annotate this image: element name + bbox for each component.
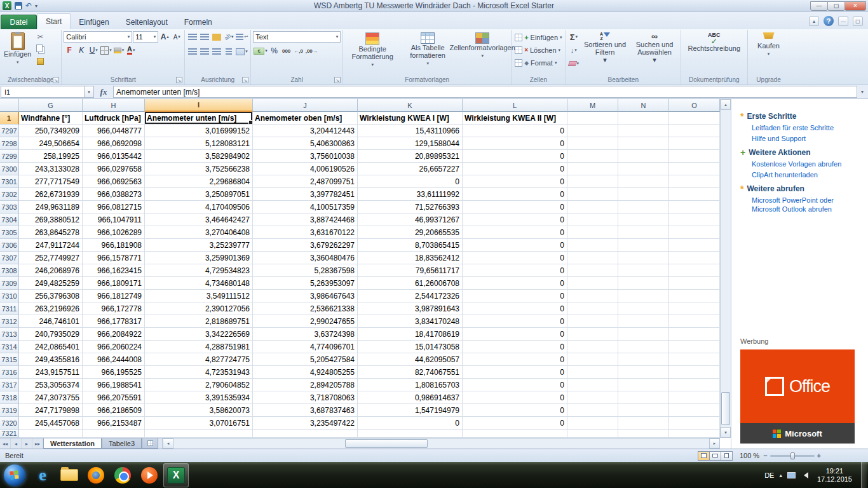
row-number[interactable]: 7321	[0, 430, 19, 438]
column-header-L[interactable]: L	[463, 99, 567, 112]
cell[interactable]: 252,7749927	[19, 252, 83, 264]
cell[interactable]: 0	[463, 290, 567, 302]
cut-button[interactable]: ✂	[34, 31, 46, 43]
select-all-corner[interactable]	[0, 99, 19, 112]
cell[interactable]	[567, 163, 618, 175]
cell[interactable]	[567, 201, 618, 214]
clipboard-dialog-launcher-icon[interactable]: ↘	[53, 77, 59, 83]
cell[interactable]	[145, 430, 253, 438]
shrink-font-button[interactable]: A▾	[171, 31, 182, 43]
cell[interactable]: Windfahne [°]	[19, 112, 83, 125]
column-header-K[interactable]: K	[358, 99, 463, 112]
cell[interactable]: 46,99371267	[358, 214, 463, 226]
cell[interactable]: 3,887424468	[253, 214, 358, 226]
grow-font-button[interactable]: A▴	[159, 31, 170, 43]
cell[interactable]: 82,74067551	[358, 366, 463, 379]
cell[interactable]: 966,195525	[83, 366, 145, 379]
cell[interactable]	[669, 290, 720, 302]
cell[interactable]: 15,43110966	[358, 125, 463, 137]
row-number[interactable]: 7312	[0, 315, 19, 328]
cell[interactable]: 256,3796308	[19, 290, 83, 302]
cell[interactable]: 277,7717549	[19, 175, 83, 188]
cell[interactable]: 966,0388273	[83, 188, 145, 201]
row-number[interactable]: 7303	[0, 201, 19, 214]
cell-styles-button[interactable]: Zellenformatvorlagen ▾	[456, 31, 509, 61]
cell[interactable]: 966,2153487	[83, 417, 145, 430]
cell[interactable]	[253, 430, 358, 438]
cell[interactable]: 966,1623415	[83, 264, 145, 277]
row-number[interactable]: 7315	[0, 353, 19, 366]
cell[interactable]: 3,718708063	[253, 391, 358, 404]
media-player-taskbar-button[interactable]	[137, 463, 162, 487]
cell[interactable]: 0	[463, 404, 567, 417]
row-number[interactable]: 7300	[0, 163, 19, 175]
cell[interactable]: 3,549111512	[145, 290, 253, 302]
cell[interactable]: 44,62095057	[358, 353, 463, 366]
row-number[interactable]: 7305	[0, 226, 19, 239]
cell[interactable]: 0	[463, 226, 567, 239]
cell[interactable]	[669, 391, 720, 404]
cell[interactable]: 5,128083121	[145, 137, 253, 150]
cell[interactable]: 3,391535934	[145, 391, 253, 404]
align-top-button[interactable]	[187, 31, 198, 43]
cell[interactable]: 5,205427584	[253, 353, 358, 366]
taskpane-link[interactable]: Microsoft PowerPoint oder Microsoft Outl…	[752, 196, 862, 214]
cell[interactable]	[669, 137, 720, 150]
font-color-button[interactable]: A▾	[125, 44, 137, 56]
cell[interactable]	[567, 125, 618, 137]
insert-function-icon[interactable]: fx	[94, 86, 113, 98]
cell[interactable]: 5,406300863	[253, 137, 358, 150]
column-header-N[interactable]: N	[618, 99, 669, 112]
zoom-thumb[interactable]	[790, 452, 795, 459]
cell[interactable]: 71,52766393	[358, 201, 463, 214]
normal-view-button[interactable]	[698, 451, 710, 461]
row-number[interactable]: 7314	[0, 341, 19, 353]
cell[interactable]: 2,536621338	[253, 302, 358, 315]
delete-cells-button[interactable]: ×Löschen▾	[513, 44, 563, 56]
cell[interactable]	[567, 112, 618, 125]
cell[interactable]: 3,259901369	[145, 252, 253, 264]
cell[interactable]: 0	[463, 391, 567, 404]
cell[interactable]: 0	[463, 341, 567, 353]
cell[interactable]: 966,1812749	[83, 290, 145, 302]
minimize-window-icon[interactable]: —	[838, 17, 848, 26]
zoom-in-icon[interactable]: +	[817, 452, 821, 459]
cell[interactable]: 20,89895321	[358, 150, 463, 163]
cell[interactable]: 250,7349209	[19, 125, 83, 137]
cell[interactable]: 0	[358, 175, 463, 188]
cell[interactable]: 3,07016751	[145, 417, 253, 430]
cell[interactable]: 966,2186509	[83, 404, 145, 417]
row-number[interactable]: 7298	[0, 137, 19, 150]
office-ad-top[interactable]: Office	[740, 349, 855, 423]
row-number[interactable]: 7320	[0, 417, 19, 430]
cell[interactable]: 0	[463, 150, 567, 163]
cell[interactable]: 129,1588044	[358, 137, 463, 150]
cell[interactable]: 3,756010038	[253, 150, 358, 163]
cell[interactable]	[669, 341, 720, 353]
underline-button[interactable]: U▾	[88, 44, 99, 56]
cell[interactable]	[618, 302, 669, 315]
expand-formula-bar-icon[interactable]: ▾	[857, 86, 867, 98]
cell[interactable]: 3,342226569	[145, 328, 253, 341]
row-number[interactable]: 7301	[0, 175, 19, 188]
cell[interactable]: 79,65611717	[358, 264, 463, 277]
cell[interactable]	[618, 290, 669, 302]
cell[interactable]	[618, 239, 669, 252]
cell[interactable]: Anemometer unten [m/s]	[145, 112, 253, 125]
save-icon[interactable]	[15, 2, 22, 10]
cell[interactable]: 0	[463, 264, 567, 277]
cell[interactable]: 0	[463, 277, 567, 290]
cell[interactable]: Anemometer oben [m/s]	[253, 112, 358, 125]
cell[interactable]	[618, 315, 669, 328]
cell[interactable]: 3,235497422	[253, 417, 358, 430]
cell[interactable]: 3,631670122	[253, 226, 358, 239]
cell[interactable]	[83, 430, 145, 438]
tab-einfügen[interactable]: Einfügen	[71, 15, 117, 29]
cell[interactable]: 0	[463, 379, 567, 391]
cell[interactable]	[618, 379, 669, 391]
cell[interactable]: 3,986467643	[253, 290, 358, 302]
cell[interactable]: 966,0692098	[83, 137, 145, 150]
cell[interactable]	[669, 226, 720, 239]
zoom-level[interactable]: 100 %	[736, 452, 759, 459]
cell[interactable]	[567, 264, 618, 277]
